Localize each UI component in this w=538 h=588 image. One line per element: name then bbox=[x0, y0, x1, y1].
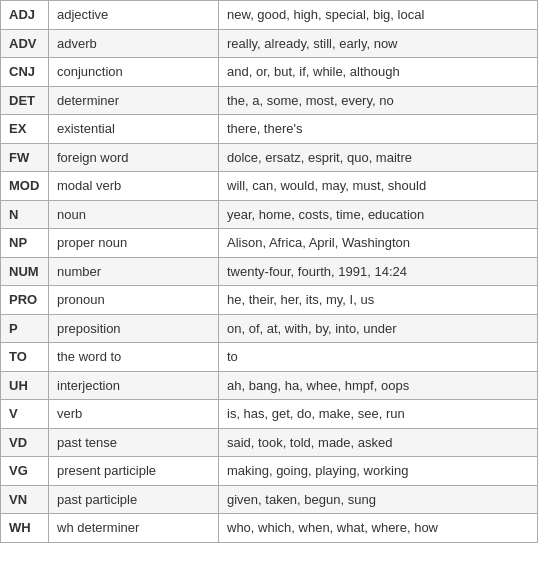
pos-examples: he, their, her, its, my, I, us bbox=[219, 286, 538, 315]
pos-examples: to bbox=[219, 343, 538, 372]
pos-abbr: DET bbox=[1, 86, 49, 115]
pos-examples: on, of, at, with, by, into, under bbox=[219, 314, 538, 343]
pos-abbr: WH bbox=[1, 514, 49, 543]
table-row: FWforeign worddolce, ersatz, esprit, quo… bbox=[1, 143, 538, 172]
table-row: NPproper nounAlison, Africa, April, Wash… bbox=[1, 229, 538, 258]
table-row: ADJadjectivenew, good, high, special, bi… bbox=[1, 1, 538, 30]
pos-abbr: VD bbox=[1, 428, 49, 457]
table-row: VNpast participlegiven, taken, begun, su… bbox=[1, 485, 538, 514]
pos-name: pronoun bbox=[49, 286, 219, 315]
pos-abbr: VG bbox=[1, 457, 49, 486]
pos-examples: dolce, ersatz, esprit, quo, maitre bbox=[219, 143, 538, 172]
table-row: Pprepositionon, of, at, with, by, into, … bbox=[1, 314, 538, 343]
pos-name: existential bbox=[49, 115, 219, 144]
pos-name: past tense bbox=[49, 428, 219, 457]
pos-name: verb bbox=[49, 400, 219, 429]
pos-examples: year, home, costs, time, education bbox=[219, 200, 538, 229]
pos-abbr: NUM bbox=[1, 257, 49, 286]
table-row: VGpresent participlemaking, going, playi… bbox=[1, 457, 538, 486]
pos-name: proper noun bbox=[49, 229, 219, 258]
pos-examples: said, took, told, made, asked bbox=[219, 428, 538, 457]
pos-name: interjection bbox=[49, 371, 219, 400]
table-row: Vverbis, has, get, do, make, see, run bbox=[1, 400, 538, 429]
pos-examples: given, taken, begun, sung bbox=[219, 485, 538, 514]
pos-table: ADJadjectivenew, good, high, special, bi… bbox=[0, 0, 538, 543]
pos-name: preposition bbox=[49, 314, 219, 343]
pos-examples: ah, bang, ha, whee, hmpf, oops bbox=[219, 371, 538, 400]
pos-name: noun bbox=[49, 200, 219, 229]
pos-examples: there, there's bbox=[219, 115, 538, 144]
pos-abbr: CNJ bbox=[1, 58, 49, 87]
pos-abbr: ADV bbox=[1, 29, 49, 58]
table-row: NUMnumbertwenty-four, fourth, 1991, 14:2… bbox=[1, 257, 538, 286]
table-row: WHwh determinerwho, which, when, what, w… bbox=[1, 514, 538, 543]
pos-abbr: N bbox=[1, 200, 49, 229]
pos-abbr: NP bbox=[1, 229, 49, 258]
pos-name: adverb bbox=[49, 29, 219, 58]
pos-name: present participle bbox=[49, 457, 219, 486]
pos-examples: will, can, would, may, must, should bbox=[219, 172, 538, 201]
pos-abbr: ADJ bbox=[1, 1, 49, 30]
pos-name: modal verb bbox=[49, 172, 219, 201]
pos-abbr: TO bbox=[1, 343, 49, 372]
table-row: Nnounyear, home, costs, time, education bbox=[1, 200, 538, 229]
pos-examples: is, has, get, do, make, see, run bbox=[219, 400, 538, 429]
table-row: VDpast tensesaid, took, told, made, aske… bbox=[1, 428, 538, 457]
pos-examples: the, a, some, most, every, no bbox=[219, 86, 538, 115]
pos-examples: twenty-four, fourth, 1991, 14:24 bbox=[219, 257, 538, 286]
pos-name: number bbox=[49, 257, 219, 286]
pos-examples: and, or, but, if, while, although bbox=[219, 58, 538, 87]
table-row: TOthe word toto bbox=[1, 343, 538, 372]
table-row: ADVadverbreally, already, still, early, … bbox=[1, 29, 538, 58]
table-row: EXexistentialthere, there's bbox=[1, 115, 538, 144]
pos-name: adjective bbox=[49, 1, 219, 30]
pos-examples: making, going, playing, working bbox=[219, 457, 538, 486]
pos-abbr: PRO bbox=[1, 286, 49, 315]
table-row: UHinterjectionah, bang, ha, whee, hmpf, … bbox=[1, 371, 538, 400]
pos-abbr: EX bbox=[1, 115, 49, 144]
pos-name: wh determiner bbox=[49, 514, 219, 543]
table-row: PROpronounhe, their, her, its, my, I, us bbox=[1, 286, 538, 315]
pos-abbr: VN bbox=[1, 485, 49, 514]
pos-examples: new, good, high, special, big, local bbox=[219, 1, 538, 30]
pos-examples: who, which, when, what, where, how bbox=[219, 514, 538, 543]
pos-abbr: P bbox=[1, 314, 49, 343]
table-row: MODmodal verbwill, can, would, may, must… bbox=[1, 172, 538, 201]
table-row: CNJconjunctionand, or, but, if, while, a… bbox=[1, 58, 538, 87]
pos-abbr: V bbox=[1, 400, 49, 429]
pos-name: past participle bbox=[49, 485, 219, 514]
pos-name: the word to bbox=[49, 343, 219, 372]
pos-abbr: UH bbox=[1, 371, 49, 400]
pos-name: foreign word bbox=[49, 143, 219, 172]
pos-examples: Alison, Africa, April, Washington bbox=[219, 229, 538, 258]
pos-name: conjunction bbox=[49, 58, 219, 87]
pos-name: determiner bbox=[49, 86, 219, 115]
pos-abbr: MOD bbox=[1, 172, 49, 201]
pos-examples: really, already, still, early, now bbox=[219, 29, 538, 58]
table-row: DETdeterminerthe, a, some, most, every, … bbox=[1, 86, 538, 115]
pos-abbr: FW bbox=[1, 143, 49, 172]
